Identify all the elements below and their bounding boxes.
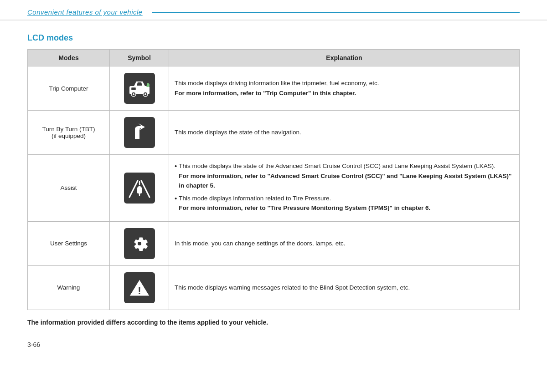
footnote: The information provided differs accordi… [27,318,520,327]
mode-tbt: Turn By Turn (TBT)(if equipped) [28,111,110,155]
mode-trip-computer: Trip Computer [28,66,110,111]
table-row: Turn By Turn (TBT)(if equipped) This mod… [28,111,520,155]
main-content: LCD modes Modes Symbol Explanation Trip … [0,20,547,357]
explanation-tbt: This mode displays the state of the navi… [169,111,520,155]
lcd-modes-table: Modes Symbol Explanation Trip Computer [27,49,520,310]
svg-rect-13 [138,186,141,188]
table-header-row: Modes Symbol Explanation [28,50,520,66]
symbol-trip-computer [110,66,169,111]
table-row: Assist [28,155,520,222]
mode-assist: Assist [28,155,110,222]
header-title: Convenient features of your vehicle [27,8,148,16]
explanation-user-settings: In this mode, you can change settings of… [169,221,520,265]
page-number: 3-66 [27,341,520,348]
lane-assist-icon [124,173,155,204]
table-row: User Settings In this mode, you can [28,221,520,265]
svg-point-4 [144,93,146,95]
symbol-assist [110,155,169,222]
table-row: Warning ! This mode displays warning [28,265,520,310]
svg-text:!: ! [138,285,141,296]
col-header-modes: Modes [28,50,110,66]
col-header-explanation: Explanation [169,50,520,66]
mode-user-settings: User Settings [28,221,110,265]
navigation-arrow-icon [124,117,155,148]
svg-line-7 [129,181,138,197]
svg-point-14 [138,242,141,245]
header: Convenient features of your vehicle [0,0,547,20]
symbol-tbt [110,111,169,155]
gear-settings-icon [124,228,155,259]
col-header-symbol: Symbol [110,50,169,66]
mode-warning: Warning [28,265,110,310]
section-title: LCD modes [27,33,520,43]
svg-line-8 [141,181,150,197]
svg-rect-5 [131,87,136,90]
explanation-warning: This mode displays warning messages rela… [169,265,520,310]
symbol-warning: ! [110,265,169,310]
header-line [152,12,520,13]
svg-point-3 [133,93,134,95]
symbol-user-settings [110,221,169,265]
explanation-trip-computer: This mode displays driving information l… [169,66,520,111]
warning-triangle-icon: ! [124,272,155,303]
explanation-assist: • This mode displays the state of the Ad… [169,155,520,222]
car-dashboard-icon [124,73,155,104]
table-row: Trip Computer [28,66,520,111]
